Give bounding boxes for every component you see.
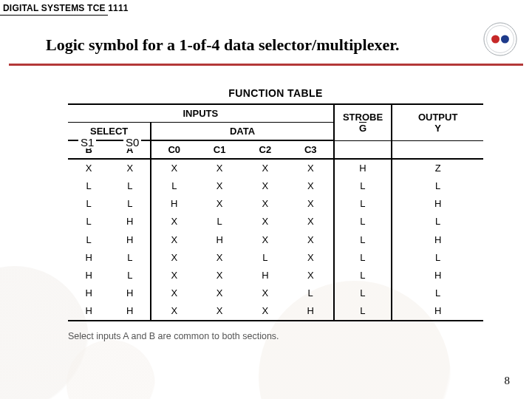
header-strobe-label: STROBE: [343, 112, 383, 123]
col-g: [334, 140, 392, 159]
table-cell: H: [392, 267, 483, 284]
table-cell: X: [151, 231, 197, 249]
table-cell: H: [68, 284, 109, 302]
table-cell: L: [334, 267, 392, 284]
table-row: LHXHXXLH: [68, 231, 483, 249]
table-cell: H: [392, 302, 483, 321]
table-cell: X: [242, 195, 288, 213]
table-cell: X: [242, 213, 288, 231]
course-code: DIGITAL SYSTEMS TCE 1111: [3, 3, 129, 13]
table-cell: H: [109, 213, 151, 231]
table-cell: L: [334, 249, 392, 267]
svg-point-2: [491, 35, 499, 43]
svg-point-1: [487, 26, 514, 53]
table-cell: X: [242, 159, 288, 177]
table-row: LLLXXXLL: [68, 177, 483, 195]
table-cell: H: [109, 284, 151, 302]
table-cell: X: [68, 159, 109, 177]
function-table: FUNCTION TABLE INPUTS STROBE G OUTPUT Y …: [68, 87, 483, 321]
table-cell: H: [288, 302, 334, 321]
table-cell: L: [109, 267, 151, 284]
table-cell: X: [242, 302, 288, 321]
table-row: XXXXXXHZ: [68, 159, 483, 177]
header-strobe: STROBE G: [334, 104, 392, 140]
table-cell: X: [242, 284, 288, 302]
table-cell: L: [392, 249, 483, 267]
table-row: HHXXXLLL: [68, 284, 483, 302]
table-cell: H: [242, 267, 288, 284]
table-cell: L: [109, 195, 151, 213]
table-cell: X: [151, 249, 197, 267]
table-cell: L: [109, 249, 151, 267]
bg-circle: [66, 340, 155, 399]
table-cell: L: [242, 249, 288, 267]
table-row: HHXXXHLH: [68, 302, 483, 321]
header-inputs: INPUTS: [68, 104, 334, 123]
table-cell: L: [68, 231, 109, 249]
header-y: Y: [434, 123, 441, 134]
header-data: DATA: [151, 123, 333, 141]
col-y: [392, 140, 483, 159]
table-cell: X: [197, 177, 242, 195]
table-cell: H: [392, 231, 483, 249]
table-cell: L: [288, 284, 334, 302]
course-code-underline: [0, 15, 108, 16]
table-cell: L: [392, 213, 483, 231]
table-cell: L: [392, 177, 483, 195]
table-cell: H: [197, 231, 242, 249]
table-cell: X: [151, 284, 197, 302]
table-cell: X: [197, 195, 242, 213]
table-cell: X: [197, 267, 242, 284]
table-cell: H: [68, 302, 109, 321]
table-cell: H: [334, 159, 392, 177]
table-cell: L: [334, 231, 392, 249]
table-cell: X: [288, 195, 334, 213]
svg-point-3: [501, 35, 509, 43]
institution-logo: [483, 22, 517, 56]
override-s1-label: S1: [78, 136, 96, 149]
table-cell: X: [288, 177, 334, 195]
table-cell: L: [334, 195, 392, 213]
table-cell: H: [68, 267, 109, 284]
table-cell: X: [288, 231, 334, 249]
table-cell: X: [197, 284, 242, 302]
table-cell: L: [197, 213, 242, 231]
table-cell: X: [151, 267, 197, 284]
table-footnote: Select inputs A and B are common to both…: [68, 331, 279, 341]
table-row: HLXXHXLH: [68, 267, 483, 284]
table-cell: X: [151, 302, 197, 321]
table-cell: L: [334, 213, 392, 231]
table-cell: L: [334, 177, 392, 195]
table-cell: X: [197, 249, 242, 267]
table-cell: H: [109, 231, 151, 249]
table-cell: L: [334, 302, 392, 321]
page-title: Logic symbol for a 1-of-4 data selector/…: [46, 35, 399, 55]
table-cell: H: [109, 302, 151, 321]
col-c0: C0: [151, 140, 197, 159]
header-output: OUTPUT Y: [392, 104, 483, 140]
title-underline: [9, 64, 523, 66]
table-cell: H: [392, 195, 483, 213]
table-row: HLXXLXLL: [68, 249, 483, 267]
col-c2: C2: [242, 140, 288, 159]
table-cell: X: [197, 159, 242, 177]
table-cell: H: [68, 249, 109, 267]
table-cell: X: [288, 213, 334, 231]
override-s0-label: S0: [123, 136, 141, 149]
table-row: LHXLXXLL: [68, 213, 483, 231]
table-cell: L: [68, 213, 109, 231]
table-cell: Z: [392, 159, 483, 177]
table-cell: X: [151, 213, 197, 231]
table-cell: X: [151, 159, 197, 177]
table-row: LLHXXXLH: [68, 195, 483, 213]
table-cell: L: [334, 284, 392, 302]
col-c1: C1: [197, 140, 242, 159]
table-cell: X: [288, 159, 334, 177]
table-cell: X: [109, 159, 151, 177]
table-cell: H: [151, 195, 197, 213]
col-c3: C3: [288, 140, 334, 159]
table-cell: X: [288, 267, 334, 284]
svg-point-0: [484, 23, 516, 55]
table-cell: L: [151, 177, 197, 195]
page-number: 8: [505, 375, 511, 387]
